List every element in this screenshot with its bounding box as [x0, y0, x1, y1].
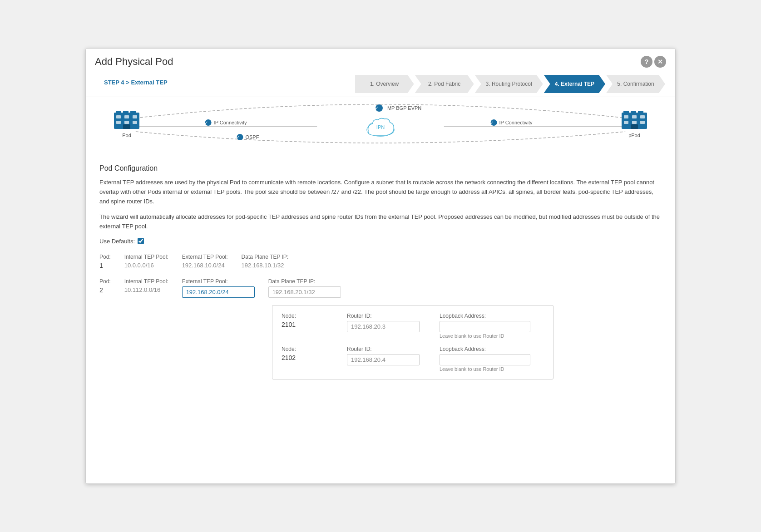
step-1[interactable]: 1. Overview [355, 75, 414, 93]
pod2-section: Pod: 2 Internal TEP Pool: 10.112.0.0/16 … [99, 278, 662, 379]
node-row-2101: Node: 2101 Router ID: Loopback Address: … [282, 313, 544, 339]
pod-building-icon [113, 109, 140, 131]
svg-rect-38 [624, 115, 628, 118]
step-4[interactable]: 4. External TEP [544, 75, 605, 93]
close-button[interactable]: ✕ [654, 56, 666, 68]
dialog-title: Add Physical Pod [95, 56, 173, 68]
svg-rect-21 [116, 121, 121, 124]
svg-rect-18 [116, 115, 121, 118]
svg-text:MP BGP EVPN: MP BGP EVPN [387, 105, 421, 111]
svg-rect-24 [123, 124, 130, 129]
svg-text:✓: ✓ [236, 135, 240, 140]
svg-rect-35 [623, 111, 629, 114]
header-icons: ? ✕ [641, 56, 666, 68]
use-defaults-checkbox[interactable] [138, 238, 144, 244]
svg-rect-20 [133, 115, 137, 118]
pod1-row: Pod: 1 Internal TEP Pool: 10.0.0.0/16 Ex… [99, 254, 662, 269]
svg-text:OSPF: OSPF [245, 134, 259, 140]
add-physical-pod-dialog: Add Physical Pod ? ✕ STEP 4 > External T… [85, 48, 676, 484]
svg-text:✓: ✓ [204, 120, 208, 125]
svg-rect-40 [640, 115, 645, 118]
node-2102-loopback-input[interactable] [440, 354, 530, 365]
pod2-pod-col: Pod: 2 [99, 278, 111, 294]
svg-rect-42 [632, 121, 637, 124]
use-defaults-label: Use Defaults: [99, 238, 135, 245]
pod1-external-col: External TEP Pool: 192.168.10.0/24 [182, 254, 228, 269]
step-5[interactable]: 5. Confirmation [606, 75, 665, 93]
node-2102-router-col: Router ID: [347, 346, 429, 365]
svg-text:IPN: IPN [376, 124, 385, 130]
pod1-dataplane-col: Data Plane TEP IP: 192.168.10.1/32 [242, 254, 289, 269]
node-2101-router-id-input[interactable] [347, 321, 420, 332]
node-2101-col: Node: 2101 [282, 313, 336, 328]
svg-rect-41 [624, 121, 628, 124]
cloud-icon: IPN [365, 117, 396, 137]
use-defaults-row: Use Defaults: [99, 238, 662, 245]
step-2[interactable]: 2. Pod Fabric [415, 75, 474, 93]
node-row-2102: Node: 2102 Router ID: Loopback Address: … [282, 346, 544, 372]
svg-rect-22 [124, 121, 129, 124]
description2: The wizard will automatically allocate a… [99, 212, 662, 232]
svg-text:IP Connectivity: IP Connectivity [214, 120, 247, 125]
svg-rect-17 [130, 111, 136, 114]
svg-rect-23 [133, 121, 137, 124]
node-2101-router-col: Router ID: [347, 313, 429, 332]
pod2-dataplane-col: Data Plane TEP IP: [268, 278, 341, 298]
help-button[interactable]: ? [641, 56, 652, 68]
current-step-label: STEP 4 > External TEP [95, 79, 177, 89]
svg-rect-19 [124, 115, 129, 118]
node-2101-loopback-input[interactable] [440, 321, 530, 332]
section-title: Pod Configuration [99, 164, 662, 172]
pod2-external-col: External TEP Pool: [182, 278, 255, 298]
step-3[interactable]: 3. Routing Protocol [475, 75, 543, 93]
svg-text:IP Connectivity: IP Connectivity [499, 120, 533, 125]
pod2-data-plane-input[interactable] [268, 286, 341, 298]
content-area: Pod Configuration External TEP addresses… [86, 161, 675, 398]
pod2-internal-col: Internal TEP Pool: 10.112.0.0/16 [124, 278, 168, 293]
svg-rect-44 [631, 124, 638, 129]
pod1-internal-col: Internal TEP Pool: 10.0.0.0/16 [124, 254, 168, 269]
network-diagram: ✓ MP BGP EVPN ✓ IP Connectivity ✓ OSPF ✓… [86, 97, 675, 161]
pod2-external-tep-input[interactable] [182, 286, 255, 298]
stepper: 1. Overview 2. Pod Fabric 3. Routing Pro… [355, 71, 675, 97]
description1: External TEP addresses are used by the p… [99, 178, 662, 206]
svg-rect-39 [632, 115, 637, 118]
dialog-header: Add Physical Pod ? ✕ [86, 49, 675, 71]
pod2-row: Pod: 2 Internal TEP Pool: 10.112.0.0/16 … [99, 278, 662, 298]
node-2101-loopback-col: Loopback Address: Leave blank to use Rou… [440, 313, 539, 339]
svg-text:✓: ✓ [490, 120, 494, 125]
svg-rect-37 [638, 111, 643, 114]
node-2102-router-id-input[interactable] [347, 354, 420, 365]
pod1-pod-col: Pod: 1 [99, 254, 111, 269]
right-pod-icon: pPod [621, 109, 648, 138]
left-pod-icon: Pod [113, 109, 140, 138]
ppod-building-icon [621, 109, 648, 131]
svg-rect-16 [123, 111, 128, 114]
pod1-section: Pod: 1 Internal TEP Pool: 10.0.0.0/16 Ex… [99, 254, 662, 269]
svg-rect-43 [640, 121, 645, 124]
svg-rect-15 [116, 111, 121, 114]
node-table: Node: 2101 Router ID: Loopback Address: … [272, 305, 553, 379]
node-2102-loopback-col: Loopback Address: Leave blank to use Rou… [440, 346, 539, 372]
node-2102-col: Node: 2102 [282, 346, 336, 361]
svg-rect-36 [631, 111, 636, 114]
svg-text:✓: ✓ [375, 105, 379, 111]
